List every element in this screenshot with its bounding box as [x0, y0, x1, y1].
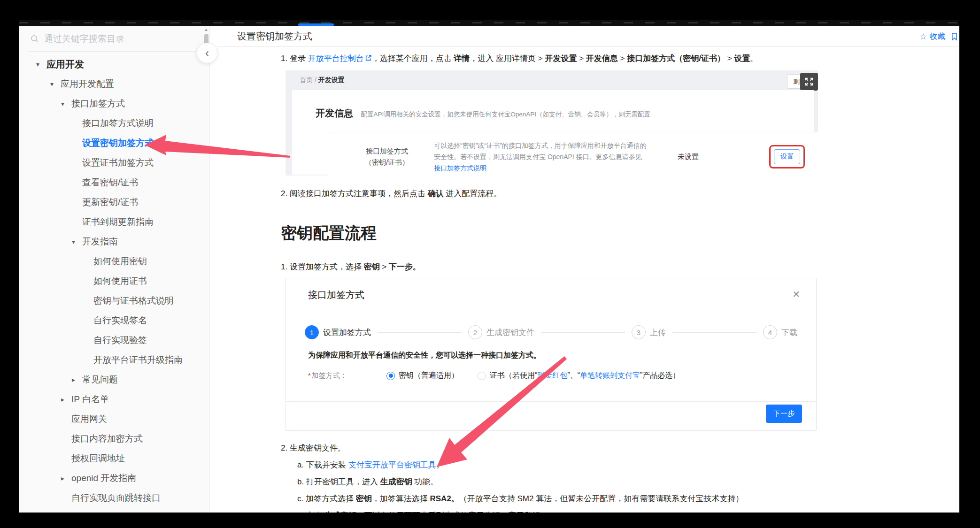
- sidebar-item[interactable]: 授权回调地址: [19, 449, 209, 468]
- console-link[interactable]: 开放平台控制台: [308, 54, 364, 63]
- sidebar-item[interactable]: ▸ IP 白名单: [19, 390, 209, 409]
- sidebar-item-label: 接口内容加密方式: [71, 433, 143, 445]
- title-actions: ☆ 收藏 订阅: [919, 26, 959, 47]
- sidebar-item[interactable]: ▾ 开发指南: [19, 232, 209, 252]
- settings-button[interactable]: 设置: [774, 149, 800, 164]
- sidebar-item-label: 授权回调地址: [71, 452, 125, 465]
- sidebar-item[interactable]: 开放平台证书升级指南: [19, 350, 209, 370]
- sidebar-item[interactable]: 证书到期更新指南: [19, 212, 209, 232]
- status-text: 未设置: [678, 153, 710, 161]
- app-window: 通过关键字搜索目录 ▾ 应用开发 ▾ 应用开发配置 ▾ 接口加签方式 接口加签方…: [19, 20, 959, 513]
- title-bar: 设置密钥加签方式 ☆ 收藏 订阅: [218, 26, 959, 47]
- sidebar-item-label: 开发指南: [82, 236, 118, 248]
- section-title: 开发信息: [316, 108, 353, 118]
- substep-d: d. 点击 生成密钥，可以在使用页面上看到生成的应用公钥、应用私钥: [281, 510, 959, 513]
- radio-unselected-icon[interactable]: [478, 372, 486, 380]
- step-2-paragraph: 2. 阅读接口加签方式注意事项，然后点击 确认 进入配置流程。: [281, 188, 959, 200]
- sidebar-item[interactable]: 如何使用密钥: [19, 252, 209, 271]
- sidebar-item-label: IP 白名单: [71, 393, 109, 406]
- sidebar-item[interactable]: 设置证书加签方式: [19, 153, 209, 173]
- step-3: 3 上传: [632, 325, 666, 339]
- sidebar-item-label: 开放平台证书升级指南: [93, 354, 183, 366]
- substep-a: a. 下载并安装 支付宝开放平台密钥工具。: [281, 459, 959, 471]
- key-tool-link[interactable]: 支付宝开放平台密钥工具: [348, 460, 436, 469]
- caret-icon[interactable]: ▾: [50, 80, 61, 88]
- search-placeholder: 通过关键字搜索目录: [44, 33, 124, 45]
- step-connector: [672, 332, 756, 333]
- step-3-number: 3: [632, 325, 646, 339]
- sidebar-item-label: 如何使用证书: [93, 275, 147, 287]
- sidebar-item[interactable]: ▸ 常见问题: [19, 370, 209, 390]
- row-label: 接口加签方式 （密钥/证书）: [349, 145, 424, 168]
- sidebar-item-label: 常见问题: [82, 374, 118, 386]
- modal-header: 接口加签方式 ✕: [286, 278, 816, 311]
- doc-content: 1. 登录 开放平台控制台，选择某个应用，点击 详情，进入 应用详情页 > 开发…: [218, 47, 959, 513]
- scrollbar-up-icon[interactable]: ▲: [203, 27, 209, 32]
- caret-icon[interactable]: ▾: [72, 238, 82, 245]
- sidebar-item[interactable]: 更新密钥/证书: [19, 192, 209, 212]
- sidebar-item[interactable]: 设置密钥加签方式: [19, 133, 209, 153]
- step-4-number: 4: [763, 325, 777, 339]
- next-step-button[interactable]: 下一步: [766, 405, 802, 423]
- subscribe-button[interactable]: 订阅: [951, 31, 959, 42]
- sidebar-item-label: 接口加签方式说明: [82, 117, 154, 130]
- caret-icon[interactable]: ▸: [72, 376, 82, 383]
- caret-icon[interactable]: ▸: [61, 396, 71, 403]
- sidebar-item-label: 设置证书加签方式: [82, 157, 154, 169]
- red-packet-link[interactable]: 现金红包: [537, 371, 567, 379]
- breadcrumb-current: 开发设置: [318, 76, 345, 84]
- sidebar-item-label: 自行实现验签: [93, 334, 147, 346]
- radio-option-key[interactable]: 密钥（普遍适用）: [386, 371, 459, 381]
- step-1-paragraph: 1. 登录 开放平台控制台，选择某个应用，点击 详情，进入 应用详情页 > 开发…: [281, 53, 959, 65]
- sidebar-item[interactable]: ▾ 接口加签方式: [19, 94, 209, 114]
- sidebar-item-label: 应用网关: [71, 413, 107, 425]
- sidebar-search[interactable]: 通过关键字搜索目录: [28, 26, 197, 52]
- sidebar-item-label: openid 开发指南: [71, 472, 136, 484]
- sidebar-item-label: 证书到期更新指南: [82, 216, 154, 228]
- sidebar-item-label: 设置密钥加签方式: [82, 137, 154, 149]
- sidebar-item[interactable]: ▾ 应用开发: [19, 54, 209, 74]
- sidebar-collapse-button[interactable]: ‹: [197, 43, 217, 63]
- substep-c: c. 加签方式选择 密钥，加签算法选择 RSA2。（开放平台支持 SM2 算法，…: [281, 493, 959, 505]
- caret-icon[interactable]: ▾: [61, 100, 71, 107]
- sign-method-modal-screenshot: 接口加签方式 ✕ 1 设置加签方式 2 生成密钥文件 3 上传: [286, 278, 817, 431]
- sidebar-item-label: 自行实现页面跳转接口: [71, 492, 161, 504]
- modal-intro: 为保障应用和开放平台通信的安全性，您可以选择一种接口加签方式。: [308, 351, 816, 360]
- step-2-number: 2: [468, 325, 482, 339]
- sidebar-item[interactable]: 接口内容加密方式: [19, 429, 209, 449]
- close-icon[interactable]: ✕: [792, 289, 800, 300]
- sidebar-item[interactable]: 密钥与证书格式说明: [19, 291, 209, 311]
- sign-method-doc-link[interactable]: 接口加签方式说明: [434, 164, 486, 172]
- sidebar-item[interactable]: 接口加签方式说明: [19, 114, 209, 133]
- sidebar-item-label: 如何使用密钥: [93, 255, 147, 268]
- breadcrumb: 首页 / 开发设置: [300, 76, 345, 84]
- sidebar-item[interactable]: 应用网关: [19, 409, 209, 429]
- step-4: 4 下载: [763, 325, 797, 339]
- flow-step-1-paragraph: 1. 设置加签方式，选择 密钥 > 下一步。: [281, 261, 959, 273]
- sidebar-scrollbar[interactable]: ▲: [203, 27, 209, 513]
- transfer-link[interactable]: 单笔转账到支付宝: [580, 371, 640, 379]
- sidebar-item-label: 接口加签方式: [71, 98, 125, 110]
- external-link-icon: [365, 54, 372, 61]
- radio-selected-icon[interactable]: [386, 372, 395, 380]
- expand-button[interactable]: [800, 73, 818, 91]
- sidebar-item[interactable]: 如何使用证书: [19, 271, 209, 291]
- sidebar-item[interactable]: 自行实现验签: [19, 330, 209, 350]
- star-icon: ☆: [919, 31, 927, 42]
- radio-option-cert[interactable]: 证书（若使用“现金红包”、“单笔转账到支付宝”产品必选）: [478, 371, 680, 381]
- step-2-gen-paragraph: 2. 生成密钥文件。: [281, 442, 959, 454]
- caret-icon[interactable]: ▸: [61, 474, 71, 482]
- sidebar-item[interactable]: ▾ 应用开发配置: [19, 74, 209, 94]
- favorite-button[interactable]: ☆ 收藏: [919, 31, 945, 42]
- step-connector: [541, 332, 625, 333]
- field-label: *加签方式：: [308, 371, 386, 380]
- top-tab-strip: [19, 20, 959, 26]
- sidebar-item[interactable]: 查看密钥/证书: [19, 173, 209, 192]
- row-description: 可以选择“密钥”或“证书”的接口加签方式，用于保障应用和开放平台通信的安全性。若…: [434, 140, 648, 174]
- breadcrumb-home[interactable]: 首页: [300, 76, 313, 84]
- sidebar-item[interactable]: 自行实现签名: [19, 311, 209, 330]
- sidebar: 通过关键字搜索目录 ▾ 应用开发 ▾ 应用开发配置 ▾ 接口加签方式 接口加签方…: [19, 26, 210, 513]
- caret-icon[interactable]: ▾: [36, 61, 46, 68]
- sidebar-item[interactable]: ▸ openid 开发指南: [19, 468, 209, 488]
- sidebar-item[interactable]: 自行实现页面跳转接口: [19, 488, 209, 508]
